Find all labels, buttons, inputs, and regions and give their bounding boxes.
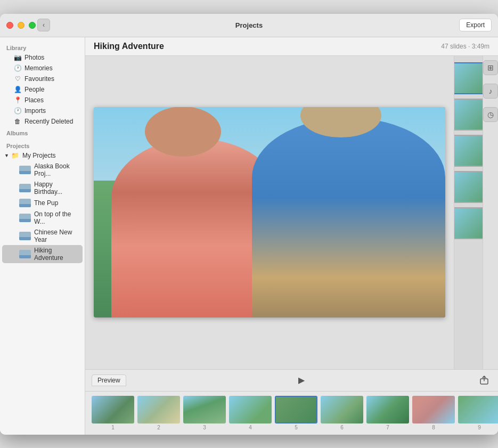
pup-thumb xyxy=(19,199,31,207)
film-thumb-5 xyxy=(275,396,317,423)
window-controls xyxy=(6,22,36,29)
film-item-9[interactable]: 9 xyxy=(458,396,498,430)
maximize-button[interactable] xyxy=(29,22,36,29)
sidebar-memories-label: Memories xyxy=(25,64,76,72)
slide-viewer: ⊞ ♪ ◷ xyxy=(85,56,498,369)
window-title: Projects xyxy=(235,21,263,29)
filmstrip: 12345678910+ xyxy=(85,392,498,435)
film-num-9: 9 xyxy=(478,425,481,430)
hiking-thumb xyxy=(19,250,31,258)
film-item-2[interactable]: 2 xyxy=(137,396,180,430)
sidebar-item-recently-deleted[interactable]: 🗑 Recently Deleted xyxy=(2,116,83,127)
sidebar-places-label: Places xyxy=(25,96,76,104)
film-num-7: 7 xyxy=(386,425,389,430)
slide-strip-right xyxy=(454,56,483,369)
my-projects-row[interactable]: ▼ 📁 My Projects xyxy=(0,150,85,161)
film-item-3[interactable]: 3 xyxy=(183,396,226,430)
sidebar-item-places[interactable]: 📍 Places xyxy=(2,95,83,105)
sidebar-recently-deleted-label: Recently Deleted xyxy=(25,118,76,125)
strip-thumb-3[interactable] xyxy=(454,135,483,167)
film-item-7[interactable]: 7 xyxy=(366,396,409,430)
film-num-1: 1 xyxy=(111,425,115,430)
sidebar-item-photos[interactable]: 📷 Photos xyxy=(2,52,83,63)
close-button[interactable] xyxy=(6,22,13,29)
film-num-6: 6 xyxy=(340,425,344,430)
sidebar-favourites-label: Favourites xyxy=(25,75,76,83)
back-button[interactable]: ‹ xyxy=(37,19,50,31)
sidebar-item-imports[interactable]: 🕐 Imports xyxy=(2,105,83,116)
imports-icon: 🕐 xyxy=(14,107,21,115)
sidebar-item-favourites[interactable]: ♡ Favourites xyxy=(2,74,83,84)
film-num-3: 3 xyxy=(203,425,206,430)
alaska-thumb xyxy=(19,166,31,174)
bottom-area: Preview ▶ 12345678910+ xyxy=(85,369,498,435)
music-button[interactable]: ♪ xyxy=(483,84,498,99)
photos-icon: 📷 xyxy=(14,54,21,61)
film-item-6[interactable]: 6 xyxy=(321,396,363,430)
film-num-4: 4 xyxy=(249,425,252,430)
man-silhouette xyxy=(252,118,445,317)
strip-thumb-4[interactable] xyxy=(454,171,483,203)
ontop-thumb xyxy=(19,214,31,222)
film-item-5[interactable]: 5 xyxy=(275,396,317,430)
sidebar-item-people[interactable]: 👤 People xyxy=(2,84,83,95)
film-thumb-4 xyxy=(229,396,272,423)
alaska-label: Alaska Book Proj... xyxy=(34,162,76,177)
preview-tab[interactable]: Preview xyxy=(92,374,126,386)
woman-head xyxy=(145,107,221,157)
minimize-button[interactable] xyxy=(18,22,25,29)
man-head xyxy=(300,107,381,137)
sidebar-project-hiking[interactable]: Hiking Adventure xyxy=(2,245,83,263)
film-thumb-8 xyxy=(412,396,455,423)
strip-thumb-2[interactable] xyxy=(454,99,483,131)
strip-thumb-1[interactable] xyxy=(454,62,483,94)
sidebar-project-pup[interactable]: The Pup xyxy=(2,197,83,209)
preview-toolbar: Preview ▶ xyxy=(85,370,498,392)
strip-thumb-5[interactable] xyxy=(454,207,483,239)
favourites-icon: ♡ xyxy=(14,75,21,83)
memories-icon: 🕐 xyxy=(14,64,21,72)
slide-image xyxy=(94,107,445,317)
sidebar-project-birthday[interactable]: Happy Birthday... xyxy=(2,179,83,197)
folder-icon: 📁 xyxy=(11,152,19,159)
sidebar-photos-label: Photos xyxy=(25,54,76,61)
export-button[interactable]: Export xyxy=(459,19,492,31)
film-thumb-3 xyxy=(183,396,226,423)
birthday-thumb xyxy=(19,184,31,192)
film-num-5: 5 xyxy=(295,425,298,430)
hiking-label: Hiking Adventure xyxy=(34,247,76,262)
film-thumb-9 xyxy=(458,396,498,423)
film-item-1[interactable]: 1 xyxy=(92,396,134,430)
chinese-thumb xyxy=(19,232,31,240)
chinese-label: Chinese New Year xyxy=(34,229,76,243)
themes-button[interactable]: ⊞ xyxy=(483,60,498,75)
ontop-label: On top of the W... xyxy=(34,210,76,225)
people-icon: 👤 xyxy=(14,86,21,93)
film-num-8: 8 xyxy=(432,425,435,430)
film-thumb-6 xyxy=(321,396,363,423)
duration-button[interactable]: ◷ xyxy=(483,107,498,122)
main-slide-area[interactable] xyxy=(85,56,454,369)
project-meta: 47 slides · 3:49m xyxy=(441,43,489,50)
main-area: Library 📷 Photos 🕐 Memories ♡ Favourites… xyxy=(0,37,498,435)
sidebar-project-alaska[interactable]: Alaska Book Proj... xyxy=(2,161,83,179)
share-button[interactable] xyxy=(477,373,492,388)
content-area: Hiking Adventure 47 slides · 3:49m xyxy=(85,37,498,435)
projects-section-label: Projects xyxy=(0,140,85,150)
film-thumb-1 xyxy=(92,396,134,423)
pup-label: The Pup xyxy=(34,199,58,207)
sidebar-item-memories[interactable]: 🕐 Memories xyxy=(2,63,83,74)
project-header: Hiking Adventure 47 slides · 3:49m xyxy=(85,37,498,56)
trash-icon: 🗑 xyxy=(14,118,21,125)
main-window: ‹ Projects Export Library 📷 Photos 🕐 Mem… xyxy=(0,14,498,435)
film-item-8[interactable]: 8 xyxy=(412,396,455,430)
project-title: Hiking Adventure xyxy=(94,42,164,51)
sidebar-project-chinese[interactable]: Chinese New Year xyxy=(2,227,83,245)
triangle-icon: ▼ xyxy=(4,153,9,158)
play-button[interactable]: ▶ xyxy=(294,373,309,388)
sidebar: Library 📷 Photos 🕐 Memories ♡ Favourites… xyxy=(0,37,85,435)
film-thumb-2 xyxy=(137,396,180,423)
film-item-4[interactable]: 4 xyxy=(229,396,272,430)
film-num-2: 2 xyxy=(157,425,160,430)
sidebar-project-ontop[interactable]: On top of the W... xyxy=(2,209,83,227)
